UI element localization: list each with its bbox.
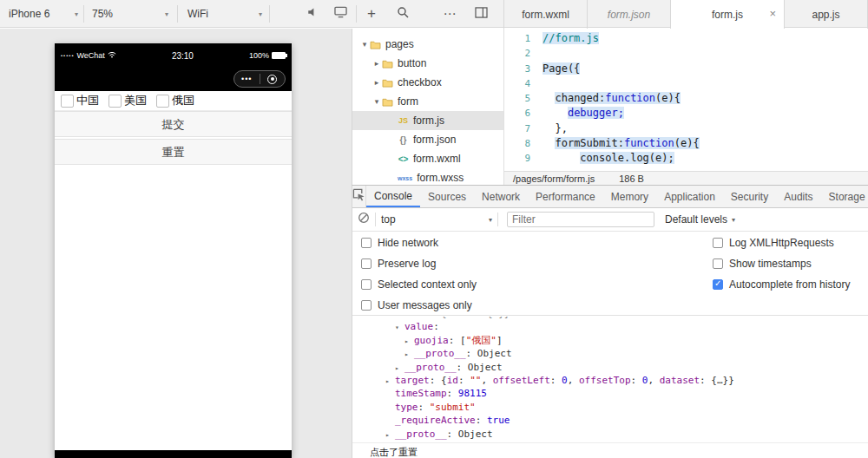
expand-arrow-icon[interactable]: ▾ [385,317,395,321]
expand-arrow-icon[interactable]: ▾ [395,321,404,334]
tree-expand-icon[interactable]: ▾ [372,97,382,106]
speaker-icon [306,6,319,22]
tree-item-label: form.wxml [413,153,461,165]
device-selector[interactable]: iPhone 6 ▾ [9,0,78,28]
tree-item-form[interactable]: ▾form [352,92,503,111]
checkbox-option-1[interactable]: 美国 [108,93,147,108]
code-text: changed:function(e){ [542,91,681,106]
console-option-user-messages-only[interactable]: User messages only [361,295,477,316]
checkbox-icon[interactable] [108,95,122,108]
device-label: iPhone 6 [9,8,49,20]
option-label: Hide network [378,237,438,249]
console-row: ▸__proto__: Object [352,361,868,374]
console-option-preserve-log[interactable]: Preserve log [361,253,477,274]
file-path: /pages/form/form.js [513,173,595,184]
devtools-tab-network[interactable]: Network [474,186,528,207]
expand-arrow-icon[interactable]: ▸ [385,375,395,388]
search-button[interactable] [391,0,415,28]
expand-arrow-icon[interactable]: ▸ [385,429,395,442]
checkbox-icon[interactable] [156,95,169,108]
zoom-selector[interactable]: 75% ▾ [92,0,168,28]
tree-item-form.js[interactable]: JSform.js [352,111,503,130]
devtools-tab-application[interactable]: Application [656,186,723,207]
tree-item-form.wxss[interactable]: wxssform.wxss [352,168,503,185]
console-option-show-timestamps[interactable]: Show timestamps [713,253,850,274]
tree-expand-icon[interactable]: ▸ [372,78,382,87]
devtools-tab-audits[interactable]: Audits [776,186,820,207]
tree-item-button[interactable]: ▸button [352,54,503,73]
more-actions-button[interactable]: ⋯ [437,0,462,28]
checkbox-icon[interactable] [361,300,372,311]
devtools-tab-console[interactable]: Console [366,186,420,207]
log-levels-selector[interactable]: Default levels ▾ [665,213,735,226]
checkbox-icon[interactable] [61,95,74,108]
checkbox-icon[interactable] [361,258,372,269]
execution-context-selector[interactable]: top ▾ [381,213,492,226]
console-row: type: "submit" [352,401,868,414]
menu-dots-icon[interactable]: ••• [234,72,260,86]
project-file-tree: ▾pages▸button▸checkbox▾formJSform.js{}fo… [352,29,504,185]
settings-column-left: Hide networkPreserve logSelected context… [361,232,477,316]
console-option-autocomplete-from-history[interactable]: Autocomplete from history [713,274,850,295]
clear-console-button[interactable] [358,212,370,227]
line-number: 2 [504,46,530,61]
compile-button[interactable] [328,0,352,28]
mute-button[interactable] [300,0,325,28]
tree-expand-icon[interactable]: ▸ [372,59,382,68]
devtools-tab-security[interactable]: Security [723,186,776,207]
split-view-button[interactable] [469,0,493,28]
editor-tab-form.js[interactable]: form.js× [671,0,785,29]
expand-arrow-icon[interactable]: ▸ [404,335,414,348]
devtools-tab-memory[interactable]: Memory [603,186,656,207]
checkbox-icon[interactable] [713,238,723,248]
console-row: _requireActive: true [352,414,868,427]
tree-item-checkbox[interactable]: ▸checkbox [352,73,503,92]
reset-button[interactable]: 重置 [55,139,292,165]
checkbox-option-0[interactable]: 中国 [61,93,99,108]
tree-item-pages[interactable]: ▾pages [352,35,503,54]
tree-item-form.json[interactable]: {}form.json [352,130,503,149]
devtools-tab-sources[interactable]: Sources [420,186,474,207]
js-file-icon: JS [398,116,409,125]
tree-item-label: form.wxss [417,172,464,184]
expand-arrow-icon[interactable]: ▸ [404,348,414,361]
option-label: Preserve log [378,258,436,270]
editor-tab-form.wxml[interactable]: form.wxml [504,0,588,29]
line-number: 3 [504,62,530,76]
console-filter-input[interactable] [507,212,654,227]
devtools-tab-storage[interactable]: Storage [821,186,868,207]
checkbox-icon[interactable] [361,238,372,248]
simulator-panel: ••••• WeChat 23:10 100% ••• 中国美国俄国 提交 [0,29,352,458]
tree-expand-icon[interactable]: ▾ [359,40,370,49]
tree-item-form.wxml[interactable]: <>form.wxml [352,149,503,168]
checkbox-icon[interactable] [713,258,723,269]
tree-item-label: form [398,95,418,108]
carrier-name: WeChat [77,51,105,60]
folder-icon [370,40,381,49]
console-row: ▸__proto__: Object [352,428,868,441]
close-tab-icon[interactable]: × [769,8,776,19]
tab-label: form.json [608,9,650,21]
add-file-button[interactable]: + [359,0,384,28]
home-button[interactable] [260,75,286,84]
console-option-hide-network[interactable]: Hide network [361,232,477,253]
file-size: 186 B [619,173,644,184]
code-editor[interactable]: 1//form.js23Page({45 changed:function(e)… [504,29,868,171]
signal-dots-icon: ••••• [61,53,75,58]
editor-tab-form.json[interactable]: form.json [588,0,671,29]
toolbar-divider [83,5,84,23]
console-option-log-xmlhttprequests[interactable]: Log XMLHttpRequests [713,232,850,253]
inspect-element-button[interactable] [352,186,366,207]
console-row: ▸__proto__: Object [352,347,868,360]
console-option-selected-context-only[interactable]: Selected context only [361,274,477,295]
checkbox-icon[interactable] [713,279,723,290]
folder-icon [382,78,393,88]
checkbox-icon[interactable] [361,279,372,290]
network-selector[interactable]: WiFi ▾ [187,0,262,28]
tree-item-label: pages [385,38,414,50]
devtools-tab-performance[interactable]: Performance [528,186,603,207]
editor-tab-app.js[interactable]: app.js [785,0,868,29]
expand-arrow-icon[interactable]: ▸ [395,362,404,375]
checkbox-option-2[interactable]: 俄国 [156,93,194,108]
submit-button[interactable]: 提交 [55,111,292,137]
